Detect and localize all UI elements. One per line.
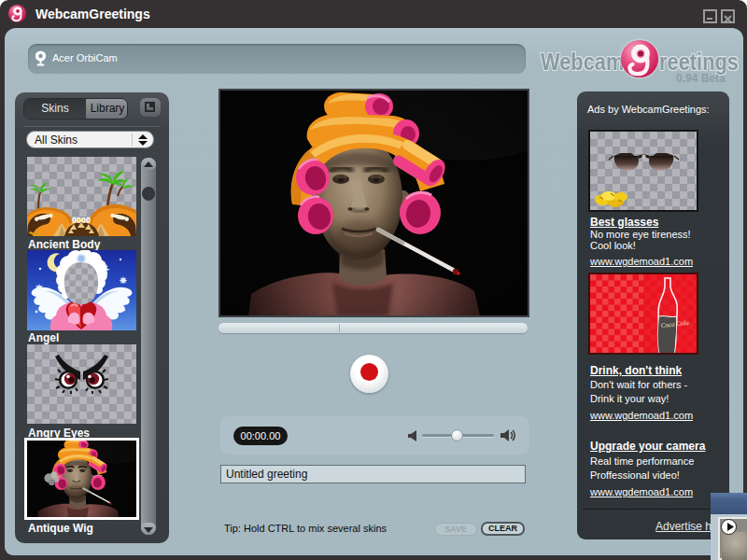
svg-text:0000: 0000 <box>72 216 91 225</box>
